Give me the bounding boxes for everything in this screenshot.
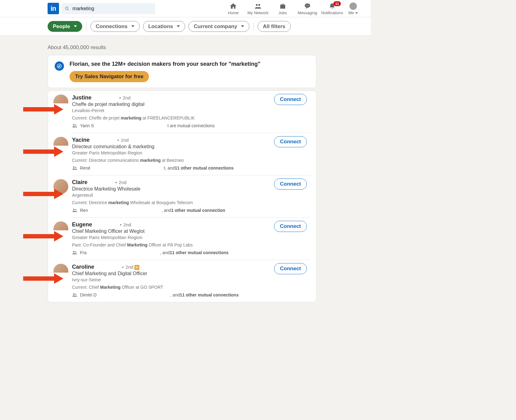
results-list: Justine2ndCheffe de projet marketing dig… xyxy=(48,90,316,302)
nav-me-label: Me xyxy=(348,10,354,15)
profile-avatar[interactable] xyxy=(53,94,68,109)
svg-point-17 xyxy=(73,293,75,295)
nav-messaging-label: Messaging xyxy=(298,10,317,15)
profile-avatar[interactable] xyxy=(53,221,68,236)
filter-connections-label: Connections xyxy=(96,23,128,30)
search-result: Justine2ndCheffe de projet marketing dig… xyxy=(48,91,316,133)
chevron-down-icon xyxy=(355,10,358,15)
results-count: About 45,000,000 results xyxy=(48,44,316,51)
people-icon xyxy=(72,292,78,298)
connect-button[interactable]: Connect xyxy=(274,94,307,105)
svg-point-15 xyxy=(73,251,75,253)
profile-location: Greater Paris Metropolitan Region xyxy=(72,150,311,155)
notifications-badge: 11 xyxy=(333,1,341,6)
connect-button[interactable]: Connect xyxy=(274,178,307,190)
svg-point-11 xyxy=(73,166,75,168)
profile-avatar[interactable] xyxy=(53,264,68,279)
profile-avatar[interactable] xyxy=(53,137,68,152)
search-result: Claire2ndDirectrice Marketing WholesaleA… xyxy=(48,175,316,218)
filter-divider xyxy=(86,22,87,31)
svg-point-9 xyxy=(73,124,75,126)
connection-degree: 2nd xyxy=(119,95,130,100)
connect-button[interactable]: Connect xyxy=(274,221,307,232)
promo-title: Florian, see the 12M+ decision makers fr… xyxy=(70,61,260,67)
nav-messaging[interactable]: Messaging xyxy=(295,0,320,17)
mutual-connections[interactable]: Dimitri D░░░░░░░░░░░░░░░░░░░░░░░░, and 1… xyxy=(72,292,311,298)
linkedin-logo[interactable]: in xyxy=(48,3,59,14)
filter-people-label: People xyxy=(53,23,70,30)
svg-point-16 xyxy=(75,251,76,253)
profile-name-link[interactable]: Justine xyxy=(72,94,91,101)
mutual-connections[interactable]: René░░░░░░░░░░░░░░░░░░░░░░░░t, and 11 ot… xyxy=(72,165,311,171)
search-result: Caroline2ndinChief Marketing and Digital… xyxy=(48,260,316,302)
nav-notifications[interactable]: 11 Notifications xyxy=(320,0,345,17)
search-box[interactable] xyxy=(62,3,155,14)
nav-network[interactable]: My Network xyxy=(246,0,270,17)
connect-button[interactable]: Connect xyxy=(274,136,307,147)
svg-point-3 xyxy=(258,4,260,6)
top-nav: in Home My Network Jobs Messaging 11 Not… xyxy=(0,0,371,17)
nav-notifications-label: Notifications xyxy=(321,10,343,15)
people-icon xyxy=(72,250,78,255)
page-wrap: in Home My Network Jobs Messaging 11 Not… xyxy=(0,0,371,302)
filter-locations-label: Locations xyxy=(148,23,173,30)
sales-nav-promo: Florian, see the 12M+ decision makers fr… xyxy=(48,55,316,88)
home-icon xyxy=(230,2,237,10)
filter-locations[interactable]: Locations xyxy=(143,21,185,32)
svg-point-5 xyxy=(306,5,307,6)
try-sales-nav-button[interactable]: Try Sales Navigator for free xyxy=(70,71,149,82)
profile-name-link[interactable]: Claire xyxy=(72,179,87,186)
people-icon xyxy=(72,165,78,171)
connection-degree: 2nd xyxy=(115,180,126,185)
svg-point-14 xyxy=(75,209,76,210)
compass-icon xyxy=(55,61,64,71)
filter-connections[interactable]: Connections xyxy=(91,21,140,32)
filter-company[interactable]: Current company xyxy=(188,21,249,32)
people-icon xyxy=(72,123,78,128)
profile-current: Current: Cheffe de projet marketing at F… xyxy=(72,116,311,120)
svg-line-1 xyxy=(68,9,69,10)
filter-all-label: All filters xyxy=(263,23,285,30)
search-input[interactable] xyxy=(73,6,152,11)
svg-point-18 xyxy=(75,294,76,295)
svg-point-12 xyxy=(75,167,76,168)
nav-home[interactable]: Home xyxy=(221,0,246,17)
svg-point-10 xyxy=(75,124,76,126)
filter-bar: People Connections Locations Current com… xyxy=(0,17,371,36)
profile-location: Argenteuil xyxy=(72,192,311,198)
mutual-connections[interactable]: Yann S░░░░░░░░░░░░░░░░░░░░░░░░t are mutu… xyxy=(72,123,311,128)
nav-network-label: My Network xyxy=(247,10,269,15)
svg-point-7 xyxy=(308,5,309,6)
people-icon xyxy=(72,208,78,213)
nav-jobs[interactable]: Jobs xyxy=(270,0,295,17)
profile-name-link[interactable]: Caroline xyxy=(72,264,94,270)
connection-degree: 2ndin xyxy=(122,264,139,270)
messaging-icon xyxy=(304,2,311,10)
profile-avatar[interactable] xyxy=(53,179,68,194)
filter-divider xyxy=(253,22,254,31)
profile-current: Past: Co-Founder and Chief Marketing Off… xyxy=(72,242,311,247)
nav-home-label: Home xyxy=(228,10,239,15)
profile-location: Greater Paris Metropolitan Region xyxy=(72,235,311,240)
profile-location: Levallois-Perret xyxy=(72,108,311,113)
filter-people[interactable]: People xyxy=(48,21,82,32)
jobs-icon xyxy=(279,2,286,10)
network-icon xyxy=(254,2,262,10)
svg-point-2 xyxy=(256,4,258,6)
profile-current: Current: Directrice marketing Wholesale … xyxy=(72,200,311,205)
connection-degree: 2nd xyxy=(120,222,131,227)
svg-point-0 xyxy=(66,7,68,10)
profile-name-link[interactable]: Yacine xyxy=(72,137,90,143)
profile-name-link[interactable]: Eugene xyxy=(72,221,92,228)
avatar-icon xyxy=(349,2,357,10)
nav-me[interactable]: Me xyxy=(345,0,362,17)
search-result: Eugene2ndChief Marketing Officer at Wegl… xyxy=(48,218,316,260)
connect-button[interactable]: Connect xyxy=(274,263,307,274)
content: About 45,000,000 results Florian, see th… xyxy=(0,36,371,302)
filter-all[interactable]: All filters xyxy=(258,21,291,32)
mutual-connections[interactable]: Ren░░░░░░░░░░░░░░░░░░░░░░░░, and 1 other… xyxy=(72,208,311,213)
premium-badge-icon: in xyxy=(134,265,139,270)
search-icon xyxy=(65,6,70,11)
search-result: Yacine2ndDirecteur communication & marke… xyxy=(48,133,316,175)
mutual-connections[interactable]: Fra░░░░░░░░░░░░░░░░░░░░░░░░, and 11 othe… xyxy=(72,250,311,255)
